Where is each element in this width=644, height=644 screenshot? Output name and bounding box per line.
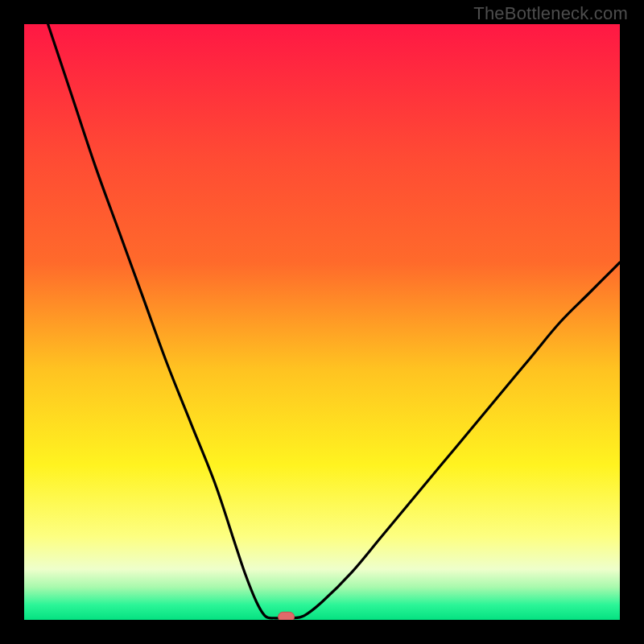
optimum-marker	[279, 612, 295, 620]
watermark-text: TheBottleneck.com	[473, 3, 628, 24]
chart-svg	[24, 24, 620, 620]
chart-background	[24, 24, 620, 620]
bottleneck-chart	[24, 24, 620, 620]
